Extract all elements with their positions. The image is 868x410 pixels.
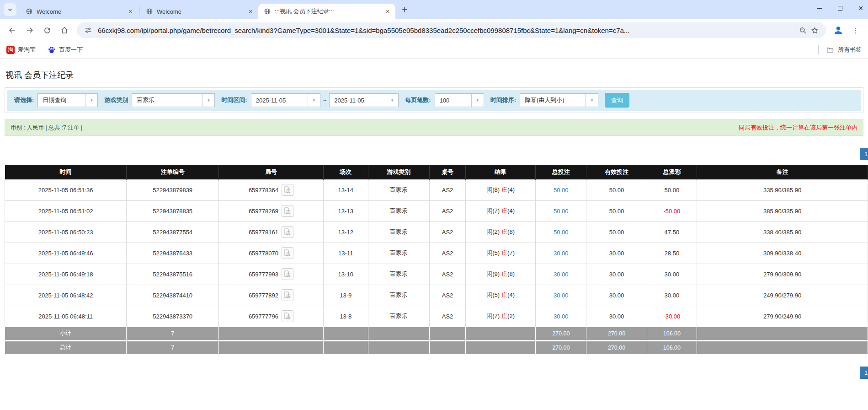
bookmark-label: 爱淘宝	[18, 46, 36, 54]
bookmark-label: 百度一下	[59, 46, 83, 54]
page-1-button[interactable]: 1	[860, 367, 868, 379]
all-bookmarks-button[interactable]: 所有书签	[826, 46, 862, 54]
total-bet-link[interactable]: 30.00	[554, 313, 569, 320]
home-icon	[60, 26, 69, 35]
cell-table-no: AS2	[429, 243, 465, 264]
page-size-select[interactable]: 100 ▼	[435, 93, 484, 107]
select-type-label: 请选择:	[14, 96, 34, 104]
header-total-bet: 总投注	[536, 165, 586, 179]
forward-button[interactable]	[22, 23, 37, 38]
filter-panel: 请选择: 日期查询 ▼ 游戏类别 百家乐 ▼ 时间区间: 2025-11-05 …	[5, 87, 863, 113]
cell-table-no: AS2	[429, 221, 465, 243]
chevron-down-icon	[7, 6, 13, 13]
cell-time: 2025-11-05 06:49:18	[5, 264, 127, 285]
profile-avatar[interactable]	[831, 23, 846, 38]
chevron-down-icon[interactable]: ▼	[471, 94, 484, 107]
page-1-button[interactable]: 1	[860, 148, 868, 160]
video-record-icon	[284, 313, 291, 320]
new-tab-button[interactable]: +	[398, 3, 411, 16]
total-bet-link[interactable]: 30.00	[554, 271, 569, 278]
home-button[interactable]	[57, 23, 72, 38]
address-bar[interactable]: 66cxkj98.com/ipl/portal.php/game/betreco…	[77, 22, 826, 38]
cell-valid-bet: 30.00	[586, 306, 647, 327]
cell-total-bet: 30.00	[536, 243, 586, 264]
round-number: 659778269	[249, 208, 278, 215]
date-from-select[interactable]: 2025-11-05 ▼	[251, 93, 320, 107]
sort-select[interactable]: 降幂(由大到小) ▼	[520, 93, 598, 107]
bookmark-aitaobao[interactable]: 淘 爱淘宝	[6, 46, 36, 54]
cell-round-id: 659777892	[219, 285, 323, 306]
subtotal-payout: 106.00	[647, 327, 697, 340]
back-arrow-icon	[8, 26, 17, 35]
game-type-select[interactable]: 百家乐 ▼	[132, 93, 215, 107]
cell-round-id: 659778364	[219, 179, 323, 200]
tab-welcome-2[interactable]: Welcome ✕	[140, 4, 258, 19]
bookmark-star-icon[interactable]	[809, 24, 820, 36]
video-record-button[interactable]	[282, 226, 293, 238]
total-bet-link[interactable]: 50.00	[554, 229, 569, 236]
cell-session: 13-9	[323, 285, 368, 306]
cell-game-type: 百家乐	[368, 243, 429, 264]
date-range-label: 时间区间:	[221, 96, 247, 104]
result-banker: 庄(4)	[501, 291, 515, 298]
chevron-down-icon[interactable]: ▼	[586, 94, 598, 107]
total-bet-link[interactable]: 50.00	[554, 208, 569, 215]
video-record-button[interactable]	[282, 247, 293, 259]
site-info-icon[interactable]	[82, 24, 94, 36]
chevron-down-icon[interactable]: ▼	[202, 94, 214, 107]
header-session: 场次	[323, 165, 368, 179]
back-button[interactable]	[5, 23, 20, 38]
reload-button[interactable]	[40, 23, 54, 38]
minimize-button[interactable]	[817, 8, 822, 9]
video-record-button[interactable]	[282, 205, 293, 217]
result-player: 闲(5)	[486, 291, 500, 298]
chevron-down-icon[interactable]: ▼	[308, 94, 320, 107]
cell-remark: 338.40/385.90	[697, 221, 868, 243]
round-number: 659777796	[249, 313, 278, 320]
video-record-button[interactable]	[282, 310, 293, 322]
tab-title: Welcome	[157, 8, 243, 15]
subtotal-row: 小计 7 270.00 270.00 106.00	[5, 327, 868, 340]
cell-valid-bet: 50.00	[586, 221, 647, 243]
maximize-button[interactable]	[838, 6, 842, 11]
chevron-down-icon[interactable]: ▼	[85, 94, 97, 107]
tab-betrecord-active[interactable]: :::视讯 会员下注纪录::: ✕	[258, 4, 395, 19]
tab-welcome-1[interactable]: Welcome ✕	[20, 4, 138, 19]
cell-bet-id: 522943879839	[127, 179, 219, 200]
video-record-button[interactable]	[282, 289, 293, 301]
forward-arrow-icon	[25, 26, 34, 35]
chevron-down-icon[interactable]: ▼	[386, 94, 398, 107]
video-record-button[interactable]	[282, 184, 293, 196]
cell-round-id: 659777796	[219, 306, 323, 327]
cell-remark: 279.90/309.90	[697, 264, 868, 285]
table-row: 2025-11-05 06:48:42 522943874410 6597778…	[5, 285, 868, 306]
bookmarks-divider	[818, 45, 819, 54]
total-bet-link[interactable]: 50.00	[554, 187, 569, 194]
cell-table-no: AS2	[429, 285, 465, 306]
table-footer: 小计 7 270.00 270.00 106.00 总计 7 270.00 27…	[5, 327, 868, 354]
close-icon[interactable]: ✕	[246, 7, 255, 16]
total-valid-bet: 270.00	[586, 340, 647, 354]
bookmark-baidu[interactable]: 百度一下	[48, 46, 83, 54]
cell-result: 闲(7)庄(4)	[466, 200, 536, 221]
close-icon[interactable]: ✕	[126, 7, 134, 16]
total-bet-link[interactable]: 30.00	[554, 292, 569, 299]
header-game-type: 游戏类别	[368, 165, 429, 179]
date-to-select[interactable]: 2025-11-05 ▼	[329, 93, 399, 107]
browser-menu-button[interactable]: ⋮	[848, 23, 863, 38]
video-record-button[interactable]	[282, 268, 293, 280]
window-close-button[interactable]: ✕	[858, 5, 863, 11]
search-button[interactable]: 查询	[605, 93, 629, 108]
total-bet-link[interactable]: 30.00	[554, 250, 569, 257]
cell-result: 闲(7)庄(2)	[466, 306, 536, 327]
cell-round-id: 659778161	[219, 221, 323, 243]
cell-bet-id: 522943876433	[127, 243, 219, 264]
cell-game-type: 百家乐	[368, 306, 429, 327]
query-type-select[interactable]: 日期查询 ▼	[37, 93, 98, 107]
tab-search-button[interactable]	[4, 3, 16, 16]
result-player: 闲(2)	[486, 228, 500, 235]
close-icon[interactable]: ✕	[383, 7, 392, 16]
cell-total-bet: 50.00	[536, 179, 586, 200]
cell-session: 13-8	[323, 306, 368, 327]
zoom-out-icon[interactable]	[797, 24, 809, 36]
